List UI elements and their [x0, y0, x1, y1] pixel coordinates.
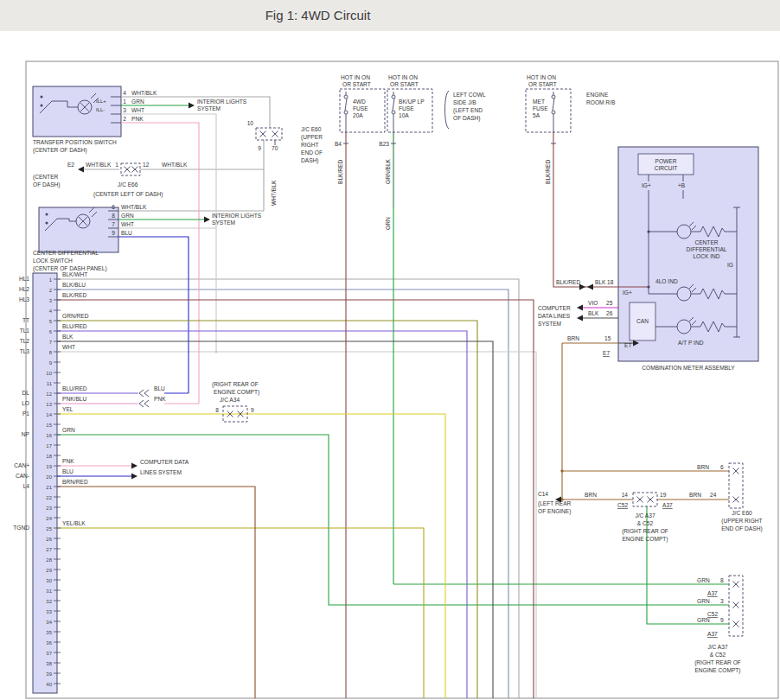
- 4lo-ind: 4LO IND: [655, 278, 678, 284]
- transfer-contact-dot: [41, 96, 43, 99]
- transfer-switch-title: TRANSFER POSITION SWITCH: [33, 139, 117, 145]
- diff-wire-6: WHT/BLK: [121, 204, 147, 210]
- wire-label-p8: WHT: [62, 344, 75, 350]
- transfer-pin-4: 4: [123, 90, 126, 96]
- grn9-sub: A37: [707, 631, 718, 637]
- row-label-tl1: TL1: [20, 328, 30, 334]
- row-label-can-plus: CAN+: [14, 462, 29, 468]
- diff-pin-6: 6: [112, 204, 115, 210]
- wire-label-p12b: BLU: [154, 385, 165, 391]
- transfer-pin-2: 2: [123, 116, 126, 122]
- fuse2-pin: B23: [379, 141, 389, 147]
- engine-room-rb-1: ENGINE: [586, 92, 609, 98]
- row-label-l4: L4: [23, 483, 30, 489]
- wire-label-p3: BLK/RED: [62, 292, 86, 298]
- fuse2-name-1: BK/UP LP: [399, 99, 425, 105]
- wire-label-p7: BLK: [62, 334, 74, 340]
- transfer-wire-2: PNK: [131, 116, 144, 122]
- grn3-sub: C52: [707, 611, 718, 617]
- jc-a34-pin-9: 9: [251, 407, 254, 413]
- wire-label-p12: BLU/RED: [62, 385, 87, 391]
- left-connector-pin-number: 31: [46, 589, 52, 594]
- atp-ind: A/T P IND: [678, 340, 704, 346]
- meter-b-plus: +B: [678, 182, 686, 188]
- row-label-hl2: HL2: [19, 286, 29, 292]
- brn24-pin: 24: [710, 492, 717, 498]
- transfer-pin-1: 1: [123, 99, 126, 105]
- left-connector-pin-number: 33: [46, 609, 52, 614]
- fuse2-wire-2: GRN: [385, 217, 391, 230]
- left-connector-pin-number: 11: [47, 381, 53, 386]
- c14-loc-2: OF ENGINE): [538, 508, 571, 515]
- jb-loc-2: SIDE J/B: [453, 99, 476, 105]
- jc-a37c52-2: & C52: [637, 520, 654, 526]
- jc-e60-br-1: J/C E60: [732, 510, 752, 516]
- diff-switch-title-1: CENTER DIFFERENTIAL: [33, 250, 99, 256]
- jc-e66-loc: (CENTER LEFT OF DASH): [93, 191, 163, 198]
- meter-pin-25: 25: [606, 300, 613, 306]
- diff-pin-9: 9: [112, 230, 115, 236]
- vertical-whtblk-label: WHT/BLK: [271, 180, 277, 206]
- transfer-wire-3: WHT: [131, 107, 144, 113]
- wiring-diagram-svg: 1234567891011121314151617181920212223242…: [0, 0, 780, 700]
- left-connector-pin-number: 29: [46, 568, 52, 573]
- jc-e66-pin-1: 1: [115, 162, 118, 168]
- fuse2-hot-2: OR START: [390, 81, 419, 87]
- jc-a37c52-1: J/C A37: [635, 512, 655, 519]
- left-connector-pin-number: 38: [46, 661, 52, 666]
- fuse1-name-2: FUSE: [353, 105, 368, 111]
- fuse1-hot-1: HOT IN ON: [341, 74, 370, 80]
- transfer-contact-dot: [41, 105, 43, 107]
- diff-wire-9: BLU: [121, 230, 132, 236]
- fuse3-hot-2: OR START: [528, 81, 557, 87]
- c52-pin-19: 19: [660, 492, 667, 498]
- can-box-label: CAN: [636, 318, 649, 324]
- meter-blk26: BLK: [588, 310, 599, 316]
- left-connector-pin-number: 18: [46, 454, 52, 459]
- e2-wire: WHT/BLK: [86, 162, 112, 168]
- wire-label-p14: YEL: [62, 406, 74, 412]
- wire-label-p25: YEL/BLK: [62, 520, 86, 526]
- grn8-wire: GRN: [697, 577, 710, 583]
- left-connector-pin-number: 37: [46, 651, 52, 656]
- e2-label: E2: [67, 162, 74, 168]
- left-connector-pin-number: 16: [46, 433, 52, 438]
- left-connector-pin-number: 15: [46, 423, 52, 428]
- meter-ig-plus: IG+: [642, 182, 651, 188]
- left-connector-pin-number: 20: [46, 474, 52, 480]
- c14-label: C14: [538, 491, 548, 497]
- computer-data-label-2: LINES SYSTEM: [140, 469, 182, 475]
- power-circuit-box: [638, 154, 694, 175]
- row-label-hl3: HL3: [19, 296, 29, 302]
- row-label-p1: P1: [22, 410, 29, 417]
- left-connector-pin-number: 34: [46, 620, 52, 625]
- jc-a34-loc-1: (RIGHT REAR OF: [212, 381, 259, 388]
- jc-a37c52-3: (RIGHT REAR OF: [622, 528, 668, 535]
- wire-label-p20: BLU: [62, 468, 74, 474]
- meter-computer-1: COMPUTER: [538, 305, 571, 311]
- grn3-pin: 3: [720, 598, 724, 604]
- center-diff-lock-switch-box: [39, 207, 118, 252]
- jb-loc-1: LEFT COWL: [453, 92, 486, 98]
- row-label-tl2: TL2: [20, 338, 30, 344]
- meter-blk18: BLK: [595, 279, 606, 285]
- interior-lights-label-2b: SYSTEM: [212, 220, 235, 226]
- meter-e7: E7: [603, 350, 610, 356]
- transfer-wire-1: GRN: [131, 99, 144, 105]
- left-connector-pin-number: 14: [46, 412, 52, 417]
- left-connector-pin-number: 36: [46, 640, 52, 646]
- interior-lights-label-2: INTERIOR LIGHTS: [212, 213, 262, 219]
- c52-pin-14: 14: [622, 492, 629, 498]
- left-connector-pin-number: 32: [46, 599, 52, 604]
- cdl-ind-1: CENTER: [694, 239, 718, 245]
- power-circuit-1: POWER: [655, 158, 677, 164]
- left-connector-pin-number: 26: [46, 537, 52, 542]
- diff-pin-8: 8: [112, 213, 115, 219]
- jc-e66-name: J/C E66: [118, 181, 138, 188]
- left-connector-pin-number: 10: [46, 371, 52, 376]
- wire-label-p2: BLK/BLU: [62, 282, 86, 288]
- jc-a34-name: J/C A34: [220, 397, 240, 403]
- left-connector-pin-number: 28: [46, 557, 52, 563]
- left-connector-pin-number: 35: [46, 630, 52, 635]
- jb-loc-4: OF DASH): [453, 115, 481, 122]
